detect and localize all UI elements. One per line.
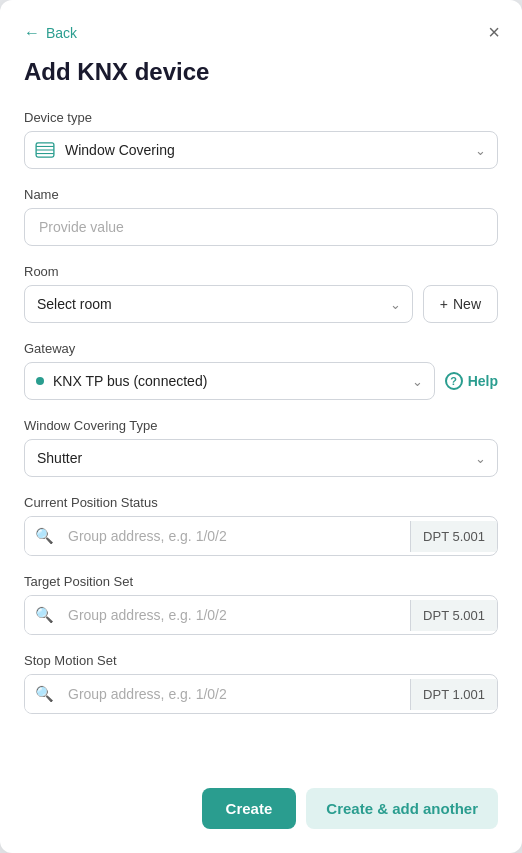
create-and-add-another-button[interactable]: Create & add another xyxy=(306,788,498,829)
name-label: Name xyxy=(24,187,498,202)
add-knx-device-panel: × ← Back Add KNX device Device type Wind… xyxy=(0,0,522,853)
window-covering-type-label: Window Covering Type xyxy=(24,418,498,433)
current-position-status-input[interactable] xyxy=(64,518,410,554)
window-covering-type-select[interactable]: Shutter Blind Curtain xyxy=(24,439,498,477)
back-label: Back xyxy=(46,25,77,41)
close-icon: × xyxy=(488,21,500,43)
current-position-status-dpt: DPT 5.001 xyxy=(410,521,497,552)
target-position-set-field: Target Position Set 🔍 DPT 5.001 xyxy=(24,574,498,635)
room-field: Room Select room ⌄ + New xyxy=(24,264,498,323)
target-position-set-input[interactable] xyxy=(64,597,410,633)
gateway-label: Gateway xyxy=(24,341,498,356)
target-position-set-input-row: 🔍 DPT 5.001 xyxy=(24,595,498,635)
plus-icon: + xyxy=(440,296,448,312)
back-arrow-icon: ← xyxy=(24,24,40,42)
room-row: Select room ⌄ + New xyxy=(24,285,498,323)
device-type-select[interactable]: Window Covering xyxy=(24,131,498,169)
new-room-button[interactable]: + New xyxy=(423,285,498,323)
name-field: Name xyxy=(24,187,498,246)
current-position-status-input-row: 🔍 DPT 5.001 xyxy=(24,516,498,556)
device-type-label: Device type xyxy=(24,110,498,125)
stop-motion-set-input-row: 🔍 DPT 1.001 xyxy=(24,674,498,714)
gateway-connected-dot xyxy=(36,377,44,385)
stop-motion-set-input[interactable] xyxy=(64,676,410,712)
room-select[interactable]: Select room xyxy=(24,285,413,323)
stop-motion-set-dpt: DPT 1.001 xyxy=(410,679,497,710)
close-button[interactable]: × xyxy=(484,18,504,46)
create-button[interactable]: Create xyxy=(202,788,297,829)
back-button[interactable]: ← Back xyxy=(24,24,77,42)
stop-motion-search-icon: 🔍 xyxy=(25,675,64,713)
page-title: Add KNX device xyxy=(24,58,498,86)
room-select-wrapper: Select room ⌄ xyxy=(24,285,413,323)
gateway-select-wrapper: KNX TP bus (connected) ⌄ xyxy=(24,362,435,400)
help-circle-icon: ? xyxy=(445,372,463,390)
target-position-search-icon: 🔍 xyxy=(25,596,64,634)
name-input[interactable] xyxy=(24,208,498,246)
target-position-set-label: Target Position Set xyxy=(24,574,498,589)
current-position-status-label: Current Position Status xyxy=(24,495,498,510)
window-covering-icon xyxy=(34,142,56,158)
current-position-status-field: Current Position Status 🔍 DPT 5.001 xyxy=(24,495,498,556)
target-position-set-dpt: DPT 5.001 xyxy=(410,600,497,631)
gateway-row: KNX TP bus (connected) ⌄ ? Help xyxy=(24,362,498,400)
gateway-field: Gateway KNX TP bus (connected) ⌄ ? Help xyxy=(24,341,498,400)
window-covering-type-field: Window Covering Type Shutter Blind Curta… xyxy=(24,418,498,477)
help-label: Help xyxy=(468,373,498,389)
device-type-field: Device type Window Covering ⌄ xyxy=(24,110,498,169)
footer-buttons: Create Create & add another xyxy=(24,788,498,829)
device-type-select-wrapper: Window Covering ⌄ xyxy=(24,131,498,169)
window-covering-type-select-wrapper: Shutter Blind Curtain ⌄ xyxy=(24,439,498,477)
help-button[interactable]: ? Help xyxy=(445,372,498,390)
current-position-search-icon: 🔍 xyxy=(25,517,64,555)
room-label: Room xyxy=(24,264,498,279)
stop-motion-set-label: Stop Motion Set xyxy=(24,653,498,668)
gateway-select[interactable]: KNX TP bus (connected) xyxy=(24,362,435,400)
stop-motion-set-field: Stop Motion Set 🔍 DPT 1.001 xyxy=(24,653,498,714)
new-room-label: New xyxy=(453,296,481,312)
